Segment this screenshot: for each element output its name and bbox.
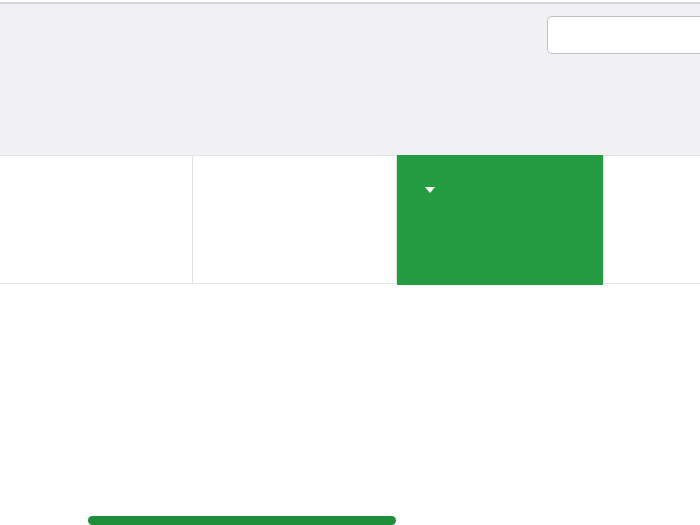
metric-card-ctr[interactable]	[397, 155, 603, 285]
horizontal-scrollbar-thumb[interactable]	[88, 516, 396, 525]
metrics-row	[0, 156, 700, 284]
metric-card-impressions[interactable]	[0, 156, 192, 284]
dropdown-arrow-icon[interactable]	[425, 187, 435, 193]
ctr-line-chart	[0, 285, 700, 525]
metric-label	[417, 187, 435, 193]
header-panel	[0, 4, 700, 156]
card-divider	[603, 156, 604, 284]
metric-card-avg-cpc[interactable]	[193, 156, 396, 284]
date-range-button[interactable]	[547, 16, 700, 54]
